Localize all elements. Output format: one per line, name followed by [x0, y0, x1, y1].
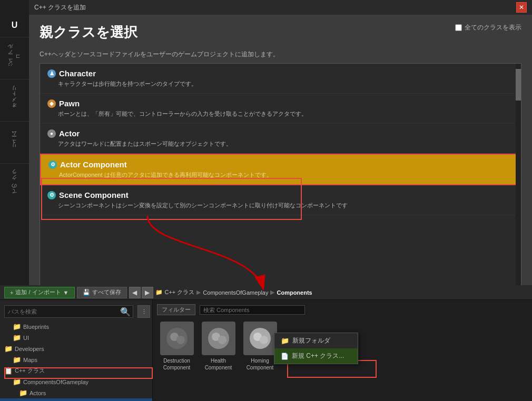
class-name-character: ♟ Character	[47, 69, 514, 78]
save-icon: 💾	[83, 289, 90, 296]
folder-icon: 📁	[155, 289, 163, 296]
search-bar: 🔍	[4, 305, 133, 318]
pawn-icon: ◆	[47, 99, 56, 108]
asset-label-homing: HomingComponent	[247, 357, 274, 371]
svg-point-2	[176, 336, 185, 344]
bottom-panel: + 追加 / インポート ▼ 💾 すべて保存 ◀ ▶ 📁 C++ クラス ▶ C…	[0, 285, 532, 401]
nav-forward-button[interactable]: ▶	[142, 287, 153, 298]
nav-back-button[interactable]: ◀	[129, 287, 141, 298]
bottom-toolbar: + 追加 / インポート ▼ 💾 すべて保存 ◀ ▶ 📁 C++ クラス ▶ C…	[0, 285, 532, 300]
filter-button[interactable]: フィルター	[157, 304, 195, 315]
search-components-input[interactable]	[200, 305, 305, 315]
save-all-button[interactable]: 💾 すべて保存	[77, 287, 127, 298]
folder-icon-maps: 📁	[13, 356, 21, 364]
class-item-character[interactable]: ♟ Character キャラクターは歩行能力を持つポーンのタイプです。	[40, 64, 521, 94]
character-icon: ♟	[47, 69, 56, 78]
path-search-input[interactable]	[5, 308, 118, 315]
class-item-scene-component[interactable]: ⚙ Scene Component シーンコンポーネントはシーン変換を設定して別…	[40, 185, 521, 215]
bottom-content: 🔍 ⋮ 📁 Blueprints 📁 UI 📁 Developers 📁	[0, 300, 532, 401]
tree-item-components-of-gameplay[interactable]: 📁 ComponentsOfGameplay	[0, 376, 152, 387]
tree-item-maps[interactable]: 📁 Maps	[0, 354, 152, 365]
context-menu-new-folder[interactable]: 📁 新規フォルダ	[274, 333, 358, 348]
svg-point-8	[260, 336, 268, 344]
class-name-actor-component: ⚙ Actor Component	[48, 160, 513, 169]
class-desc-scene-component: シーンコンポーネントはシーン変換を設定して別のシーンコンポーネントに取り付け可能…	[47, 202, 514, 209]
breadcrumb-components[interactable]: Components	[277, 289, 312, 296]
dialog-close-button[interactable]: ✕	[516, 2, 527, 13]
dialog-subtitle: C++ヘッダとソースコードファイルをユーザーのゲームプロジェクトに追加します。	[40, 50, 521, 59]
asset-health-component[interactable]: HealthComponent	[199, 319, 238, 373]
dialog-title-text: C++ クラスを追加	[34, 3, 86, 12]
class-item-actor-component[interactable]: ⚙ Actor Component ActorComponent は任意のアクタ…	[40, 154, 521, 185]
show-all-checkbox[interactable]	[455, 24, 462, 31]
folder-icon-actors: 📁	[19, 389, 27, 397]
nav-arrows: ◀ ▶	[129, 287, 153, 298]
class-item-pawn[interactable]: ◆ Pawn ポーンとは、「所有」可能で、コントローラーからの入力を受け取ること…	[40, 94, 521, 124]
bottom-left-tree: 🔍 ⋮ 📁 Blueprints 📁 UI 📁 Developers 📁	[0, 300, 153, 401]
sidebar-item-0[interactable]: ジュアルコ	[0, 37, 29, 79]
ue-logo: U	[7, 18, 23, 33]
sidebar-item-1[interactable]: オメトリ	[0, 79, 29, 121]
search-icon: 🔍	[118, 307, 133, 317]
new-folder-icon: 📁	[281, 337, 289, 345]
asset-label-health: HealthComponent	[205, 357, 232, 371]
class-name-pawn: ◆ Pawn	[47, 99, 514, 108]
asset-thumb-health	[202, 322, 235, 355]
dialog-header: 親クラスを選択 全てのクラスを表示 C++ヘッダとソースコードファイルをユーザー…	[29, 15, 532, 63]
folder-icon-cog: 📁	[13, 378, 21, 386]
folder-icon-blueprints: 📁	[13, 323, 21, 330]
add-icon: +	[10, 289, 13, 296]
tree-item-components[interactable]: 📁 Components	[0, 398, 152, 401]
asset-label-destruction: DestructionComponent	[163, 357, 191, 371]
breadcrumb-cpp[interactable]: C++ クラス	[165, 288, 195, 296]
tree-item-blueprints[interactable]: 📁 Blueprints	[0, 321, 152, 332]
dialog-main-title: 親クラスを選択	[40, 23, 137, 42]
show-all-label: 全てのクラスを表示	[465, 23, 521, 32]
tree-item-developers[interactable]: 📁 Developers	[0, 343, 152, 354]
asset-thumb-homing	[243, 322, 277, 355]
class-desc-actor: アクタはワールドに配置またはスポーン可能なオブジェクトです。	[47, 140, 514, 148]
breadcrumb-components-of-gameplay[interactable]: ComponentsOfGameplay	[203, 289, 268, 296]
class-desc-character: キャラクターは歩行能力を持つポーンのタイプです。	[47, 80, 514, 88]
class-desc-pawn: ポーンとは、「所有」可能で、コントローラーからの入力を受け取ることができるアクタ…	[47, 110, 514, 118]
context-menu: 📁 新規フォルダ 📄 新規 C++ クラス...	[274, 333, 358, 364]
dialog-title-bar: C++ クラスを追加 ✕	[29, 0, 532, 15]
asset-destruction-component[interactable]: DestructionComponent	[157, 319, 196, 373]
dropdown-icon: ▼	[63, 289, 69, 296]
folder-icon-ui: 📁	[13, 334, 21, 342]
context-menu-new-cpp[interactable]: 📄 新規 C++ クラス...	[274, 348, 358, 364]
tree-options-button[interactable]: ⋮	[137, 305, 150, 318]
breadcrumb-row: 📁 C++ クラス ▶ ComponentsOfGameplay ▶ Compo…	[155, 288, 528, 296]
class-item-actor[interactable]: ● Actor アクタはワールドに配置またはスポーン可能なオブジェクトです。	[40, 124, 521, 154]
show-all-checkbox-row: 全てのクラスを表示	[455, 23, 521, 32]
scrollbar-thumb[interactable]	[516, 69, 521, 101]
sidebar-item-3[interactable]: ての クラ	[0, 163, 29, 205]
class-name-actor: ● Actor	[47, 129, 514, 138]
tree-item-ui[interactable]: 📁 UI	[0, 332, 152, 343]
folder-icon-developers: 📁	[4, 345, 13, 353]
new-cpp-icon: 📄	[281, 353, 289, 360]
scene-component-icon: ⚙	[47, 191, 56, 199]
asset-thumb-destruction	[160, 322, 194, 355]
tree-item-cpp-class[interactable]: 📋 C++ クラス	[0, 365, 152, 376]
actor-icon: ●	[47, 129, 56, 138]
filters-bar: フィルター	[155, 302, 530, 317]
folder-icon-cpp: 📋	[4, 367, 13, 375]
add-import-button[interactable]: + 追加 / インポート ▼	[4, 287, 75, 298]
tree-item-actors[interactable]: 📁 Actors	[0, 387, 152, 398]
sidebar-item-2[interactable]: リューム	[0, 121, 29, 163]
class-desc-actor-component: ActorComponent は任意のアクタに追加できる再利用可能なコンポーネン…	[48, 171, 513, 179]
svg-point-5	[218, 336, 226, 344]
actor-component-icon: ⚙	[48, 161, 57, 169]
class-name-scene-component: ⚙ Scene Component	[47, 191, 514, 199]
